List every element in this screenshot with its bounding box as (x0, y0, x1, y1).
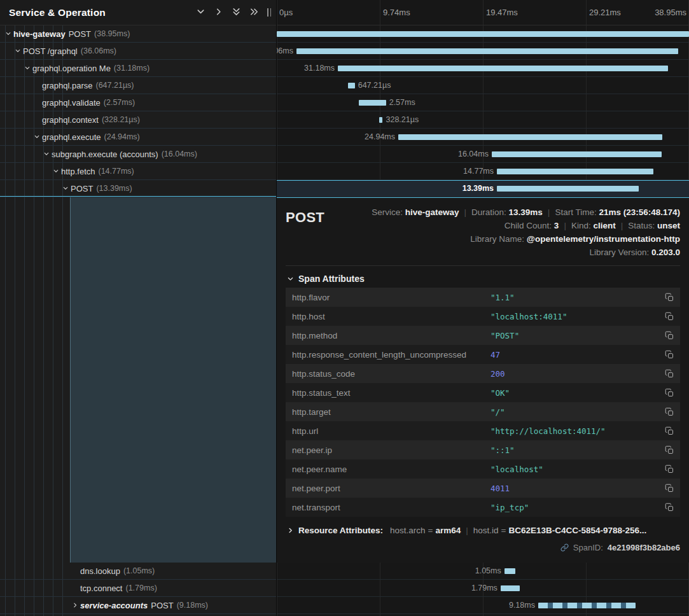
attribute-value: "1.1" (491, 293, 662, 302)
attribute-row: net.peer.port4011 (286, 479, 680, 498)
span-bar[interactable] (501, 585, 520, 591)
waterfall-rows: 36.06ms31.18ms647.21µs2.57ms328.21µs24.9… (277, 25, 689, 197)
span-attributes-title: Span Attributes (298, 274, 365, 284)
waterfall-row-subgraph-execute-accounts[interactable]: 16.04ms (277, 146, 689, 163)
span-row-post[interactable]: POST(13.39ms) (0, 180, 276, 197)
operation-name: graphql.context (42, 115, 99, 125)
waterfall-row-graphql-validate[interactable]: 2.57ms (277, 94, 689, 111)
waterfall-row-post[interactable]: 13.39ms (277, 180, 689, 197)
collapse-span-icon[interactable] (53, 168, 61, 174)
span-bar[interactable] (497, 186, 639, 192)
collapse-span-icon[interactable] (34, 134, 42, 140)
waterfall-row-http-fetch[interactable]: 14.77ms (277, 163, 689, 180)
waterfall-lower: 1.05ms1.79ms9.18ms (277, 563, 689, 616)
span-bar[interactable] (492, 151, 662, 157)
copy-icon[interactable] (662, 424, 676, 438)
link-icon[interactable] (560, 543, 569, 552)
span-row-service-accounts-post[interactable]: service-accountsPOST(9.18ms) (0, 597, 276, 614)
meta-value: @opentelemetry/instrumentation-http (527, 234, 680, 244)
meta-value: 21ms (23:56:48.174) (599, 207, 680, 217)
resource-attributes-row[interactable]: Resource Attributes: host.arch=arm64|hos… (287, 526, 680, 535)
panel-resize-handle[interactable] (266, 7, 272, 18)
expand-span-icon[interactable] (72, 602, 80, 608)
copy-icon[interactable] (662, 405, 676, 419)
span-bar[interactable] (338, 66, 668, 71)
span-row-graphql-operation-me[interactable]: graphql.operation Me(31.18ms) (0, 60, 276, 77)
collapse-span-icon[interactable] (24, 65, 32, 71)
copy-icon[interactable] (662, 481, 676, 495)
waterfall-rows: 1.05ms1.79ms9.18ms (277, 563, 689, 614)
panel-divider[interactable] (276, 0, 277, 616)
copy-icon[interactable] (662, 347, 676, 361)
copy-icon[interactable] (662, 309, 676, 323)
service-name: service-accounts (80, 601, 148, 610)
span-bar[interactable] (398, 134, 662, 140)
waterfall-row-graphql-execute[interactable]: 24.94ms (277, 129, 689, 146)
span-bar[interactable] (505, 568, 515, 574)
attribute-row: http.method"POST" (286, 326, 680, 345)
span-row-graphql-parse[interactable]: graphql.parse(647.21µs) (0, 77, 276, 94)
span-tree: hive-gatewayPOST(38.95ms)POST /graphql(3… (0, 25, 276, 197)
span-row-graphql-validate[interactable]: graphql.validate(2.57ms) (0, 94, 276, 111)
collapse-span-icon[interactable] (5, 31, 13, 37)
collapse-all-button[interactable] (229, 6, 243, 20)
waterfall-row-tcp-connect[interactable]: 1.79ms (277, 580, 689, 597)
span-row-subgraph-execute-accounts[interactable]: subgraph.execute (accounts)(16.04ms) (0, 146, 276, 163)
span-row-http-fetch[interactable]: http.fetch(14.77ms) (0, 163, 276, 180)
attribute-row: http.target"/" (286, 402, 680, 421)
waterfall-upper: 0µs9.74ms19.47ms29.21ms38.95ms 36.06ms31… (277, 0, 689, 197)
meta-label: Start Time: (555, 207, 599, 217)
attribute-key: net.transport (292, 503, 491, 512)
resource-value: BC62E13B-C4CC-5854-9788-256... (508, 526, 646, 535)
copy-icon[interactable] (662, 386, 676, 400)
span-meta-line: Service: hive-gateway|Duration: 13.39ms|… (372, 206, 680, 219)
collapse-span-icon[interactable] (43, 151, 52, 157)
operation-name: POST (69, 29, 91, 39)
copy-icon[interactable] (662, 290, 676, 304)
span-bar[interactable] (277, 31, 689, 37)
collapse-span-icon[interactable] (62, 185, 71, 192)
copy-icon[interactable] (662, 443, 676, 457)
waterfall-row-graphql-operation-me[interactable]: 31.18ms (277, 60, 689, 77)
span-duration-label: 647.21µs (355, 81, 391, 90)
attribute-value: "ip_tcp" (491, 503, 662, 512)
span-attributes-table: http.flavor"1.1"http.host"localhost:4011… (286, 288, 680, 517)
left-panel-header: Service & Operation (0, 0, 276, 25)
span-row-graphql-context[interactable]: graphql.context(328.21µs) (0, 111, 276, 129)
copy-icon[interactable] (662, 500, 676, 514)
attribute-key: http.method (292, 331, 491, 340)
attribute-value: "OK" (491, 388, 662, 398)
waterfall-row-service-accounts-post[interactable]: 9.18ms (277, 597, 689, 614)
collapse-one-button[interactable] (193, 6, 207, 20)
span-row-hive-gateway-post[interactable]: hive-gatewayPOST(38.95ms) (0, 25, 276, 43)
expand-one-button[interactable] (211, 6, 225, 20)
meta-separator: | (564, 221, 566, 230)
copy-icon[interactable] (662, 328, 676, 342)
span-bar[interactable] (497, 169, 653, 174)
span-bar[interactable] (296, 48, 678, 54)
span-row-graphql-execute[interactable]: graphql.execute(24.94ms) (0, 129, 276, 146)
collapse-span-icon[interactable] (15, 48, 23, 54)
resource-attributes-title: Resource Attributes: (298, 526, 383, 535)
expand-all-button[interactable] (247, 6, 261, 20)
span-bar[interactable] (348, 83, 355, 88)
span-bar[interactable] (359, 100, 386, 106)
span-attributes-header[interactable]: Span Attributes (287, 274, 680, 284)
span-duration: (14.77ms) (98, 167, 134, 176)
waterfall-row-hive-gateway-post[interactable] (277, 25, 689, 43)
waterfall-row-graphql-context[interactable]: 328.21µs (277, 111, 689, 129)
span-duration: (328.21µs) (102, 115, 140, 124)
meta-label: Status: (628, 221, 657, 230)
span-row-dns-lookup[interactable]: dns.lookup(1.05ms) (0, 563, 276, 580)
span-bar[interactable] (538, 603, 636, 608)
span-duration: (31.18ms) (114, 64, 150, 73)
span-row-post-graphql[interactable]: POST /graphql(36.06ms) (0, 43, 276, 60)
waterfall-row-graphql-parse[interactable]: 647.21µs (277, 77, 689, 94)
copy-icon[interactable] (662, 462, 676, 476)
span-duration-label: 31.18ms (304, 64, 338, 73)
waterfall-row-post-graphql[interactable]: 36.06ms (277, 43, 689, 60)
span-row-tcp-connect[interactable]: tcp.connect(1.79ms) (0, 580, 276, 597)
copy-icon[interactable] (662, 367, 676, 381)
span-detail-header: POST Service: hive-gateway|Duration: 13.… (286, 206, 680, 259)
waterfall-row-dns-lookup[interactable]: 1.05ms (277, 563, 689, 580)
